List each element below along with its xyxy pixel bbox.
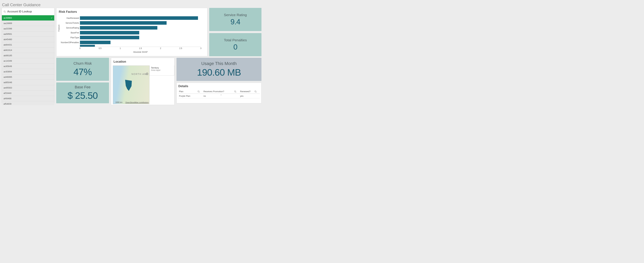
account-list: ac30983✓aa16889aa33396aa59561ab45480ab64… — [2, 15, 54, 105]
kpi-base-fee-title: Base Fee — [75, 85, 90, 89]
kpi-total-penalties: Total Penalties 0 — [209, 33, 262, 56]
search-icon[interactable] — [254, 90, 257, 93]
kpi-churn-risk-value: 47% — [74, 66, 92, 77]
list-item[interactable]: af54839 — [2, 101, 54, 105]
kpi-base-fee-value: $ 25.50 — [68, 90, 98, 101]
details-col-promotion[interactable]: Receives Promotion? — [203, 89, 240, 94]
map-legend-subtitle: Area layer — [151, 69, 173, 72]
chart-bar[interactable]: NumberOfPenalties — [80, 40, 201, 45]
chart-category-label: NumberOfPenalties — [54, 41, 79, 44]
map-attribution[interactable]: OpenStreetMap contributors — [126, 102, 148, 104]
list-item[interactable]: aa59561 — [2, 32, 54, 37]
chart-category-label: BaseFee — [54, 32, 79, 34]
details-title: Details — [178, 84, 261, 88]
kpi-total-penalties-title: Total Penalties — [224, 38, 247, 42]
svg-line-1 — [5, 12, 6, 12]
kpi-usage-title: Usage This Month — [201, 61, 237, 66]
account-search-label: Account ID Lookup — [7, 10, 32, 13]
list-item[interactable]: ac93894 — [2, 69, 54, 74]
svg-point-7 — [255, 91, 256, 92]
account-search-header[interactable]: Account ID Lookup — [2, 8, 54, 15]
location-title: Location — [114, 60, 174, 64]
kpi-total-penalties-value: 0 — [234, 43, 237, 51]
details-col-renewed[interactable]: Renewed? — [240, 89, 260, 94]
cell-renewed: yes — [240, 94, 260, 98]
list-item[interactable]: ae95563 — [2, 85, 54, 90]
list-item[interactable]: aa16889 — [2, 21, 54, 26]
chart-category-label: PlanType — [54, 36, 79, 39]
list-item[interactable]: ac85649 — [2, 64, 54, 69]
kpi-usage-value: 190.60 MB — [197, 67, 241, 78]
chart-category-label: HasRenewed — [54, 17, 79, 19]
search-icon — [4, 10, 6, 13]
svg-point-5 — [234, 91, 236, 92]
list-item[interactable]: ad46995 — [2, 74, 54, 80]
chart-x-axis-label: Absolute SHAP — [133, 51, 148, 53]
cell-plan: Purple Plan — [178, 94, 203, 98]
map-scale: 1000 km — [115, 101, 122, 103]
risk-factors-chart[interactable]: Feature HasRenewedServiceTicketsServiceR… — [56, 15, 206, 55]
chart-x-axis: Absolute SHAP 00.511.522.53 — [80, 47, 201, 55]
list-item[interactable]: ad65046 — [2, 80, 54, 85]
kpi-usage: Usage This Month 190.60 MB — [176, 58, 262, 81]
chart-x-tick: 0.5 — [99, 47, 102, 50]
list-item[interactable]: aa33396 — [2, 26, 54, 32]
map-legend: Territory Area layer — [150, 66, 174, 76]
details-panel: Details Plan Receives Promotion? Renewed… — [176, 83, 262, 103]
svg-line-8 — [256, 92, 256, 92]
chart-x-tick: 2.5 — [179, 47, 182, 50]
kpi-service-rating-title: Service Rating — [224, 13, 247, 17]
chart-x-tick: 3 — [200, 47, 202, 50]
home-icon[interactable] — [146, 72, 148, 76]
kpi-churn-risk: Churn Risk 47% — [56, 58, 109, 81]
chart-bar[interactable]: HasRenewed — [80, 16, 201, 20]
search-icon[interactable] — [198, 90, 200, 93]
list-item[interactable]: ab64431 — [2, 42, 54, 48]
chart-x-tick: 0 — [80, 47, 80, 50]
svg-point-3 — [198, 91, 199, 92]
chart-category-label: ServiceRating — [54, 27, 79, 29]
map-legend-title: Territory — [151, 66, 173, 69]
kpi-churn-risk-title: Churn Risk — [74, 61, 92, 66]
risk-factors-title: Risk Factors — [59, 10, 207, 14]
list-item[interactable]: af33440 — [2, 90, 54, 96]
location-panel: Location NORTH AME 1000 km OpenStreetMap… — [111, 58, 174, 105]
chart-bar[interactable]: PlanType — [80, 35, 201, 40]
chart-x-tick: 1 — [120, 47, 121, 50]
details-col-plan[interactable]: Plan — [178, 89, 203, 94]
svg-point-0 — [4, 11, 5, 12]
chart-bar[interactable]: ServiceRating — [80, 25, 201, 30]
kpi-base-fee: Base Fee $ 25.50 — [56, 82, 109, 103]
svg-line-4 — [199, 92, 200, 92]
chart-bars: HasRenewedServiceTicketsServiceRatingBas… — [80, 16, 201, 47]
map-territory-shape — [125, 79, 133, 92]
chart-bar[interactable]: BaseFee — [80, 30, 201, 35]
list-item[interactable]: ac14349 — [2, 58, 54, 64]
list-item[interactable]: ab45480 — [2, 37, 54, 42]
chart-bar[interactable]: ServiceTickets — [80, 20, 201, 25]
list-item[interactable]: ac30983✓ — [2, 15, 54, 21]
list-item[interactable]: ab91914 — [2, 48, 54, 53]
table-row[interactable]: Purple Plan no yes — [178, 94, 260, 98]
svg-marker-2 — [125, 80, 132, 91]
svg-line-6 — [236, 92, 236, 92]
chart-x-tick: 2 — [160, 47, 161, 50]
risk-factors-panel: Risk Factors Feature HasRenewedServiceTi… — [56, 8, 208, 56]
kpi-service-rating: Service Rating 9.4 — [209, 8, 262, 31]
check-icon: ✓ — [51, 17, 52, 19]
chart-x-tick: 1.5 — [139, 47, 142, 50]
kpi-service-rating-value: 9.4 — [230, 18, 240, 26]
details-table: Plan Receives Promotion? Renewed? Purple… — [178, 89, 260, 98]
list-item[interactable]: af49466 — [2, 96, 54, 101]
map[interactable]: NORTH AME 1000 km OpenStreetMap contribu… — [113, 66, 150, 104]
list-item[interactable]: ab99185 — [2, 53, 54, 58]
chart-category-label: ServiceTickets — [54, 22, 79, 24]
account-list-panel: Account ID Lookup ac30983✓aa16889aa33396… — [2, 8, 54, 103]
page-title: Call Center Guidance — [2, 2, 40, 7]
search-icon[interactable] — [234, 90, 236, 93]
